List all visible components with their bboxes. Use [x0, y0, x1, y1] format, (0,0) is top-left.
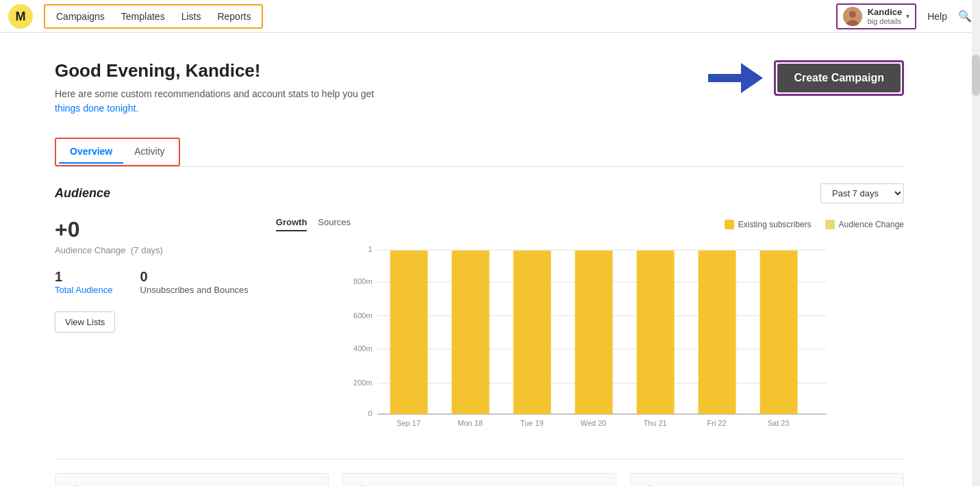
svg-text:Sat 23: Sat 23	[768, 419, 790, 427]
svg-text:M: M	[16, 10, 26, 23]
svg-text:600m: 600m	[353, 311, 373, 320]
page-header: Good Evening, Kandice! Here are some cus…	[55, 60, 904, 116]
legend-existing-label: Existing subscribers	[738, 220, 812, 229]
chart-area: Growth Sources Existing subscribers Audi…	[276, 217, 904, 431]
help-link[interactable]: Help	[927, 11, 947, 22]
legend-change-label: Audience Change	[839, 220, 904, 229]
unsub-label: Unsubscribes and Bounces	[140, 285, 249, 295]
user-name: Kandice	[868, 7, 903, 17]
audience-section: +0 Audience Change (7 days) 1 Total Audi…	[55, 217, 904, 431]
chart-tab-growth[interactable]: Growth	[276, 217, 307, 231]
subtitle-link[interactable]: things done tonight.	[55, 103, 138, 114]
view-lists-button[interactable]: View Lists	[55, 311, 115, 333]
scrollbar[interactable]	[972, 0, 980, 486]
legend-change-dot	[825, 220, 835, 229]
total-value: 1	[55, 269, 113, 285]
scrollbar-thumb[interactable]	[972, 55, 980, 96]
nav-campaigns[interactable]: Campaigns	[48, 7, 113, 26]
svg-text:800m: 800m	[353, 277, 373, 285]
user-profile-menu[interactable]: Kandice big details ▾	[836, 3, 917, 29]
main-content: Good Evening, Kandice! Here are some cus…	[0, 33, 959, 486]
tab-overview[interactable]: Overview	[59, 140, 123, 164]
chart-tabs: Growth Sources	[276, 217, 351, 231]
svg-text:Wed 20: Wed 20	[581, 419, 607, 427]
svg-text:Sep 17: Sep 17	[397, 419, 420, 427]
arrow-right-icon	[741, 63, 763, 93]
nav-lists[interactable]: Lists	[173, 7, 210, 26]
tip-card-1: 💡 Tip: Ask website visitors to join your…	[55, 473, 329, 486]
svg-text:0: 0	[368, 409, 372, 418]
unsub-value: 0	[140, 269, 249, 285]
svg-text:Tue 19: Tue 19	[520, 419, 544, 427]
create-campaign-button[interactable]: Create Campaign	[777, 64, 901, 92]
unsubscribes-stat: 0 Unsubscribes and Bounces	[140, 269, 249, 295]
audience-section-title: Audience	[55, 186, 110, 201]
tabs-section: Overview Activity	[55, 138, 904, 167]
legend-change: Audience Change	[825, 220, 904, 229]
nav-right: Kandice big details ▾ Help 🔍	[836, 3, 972, 29]
create-campaign-section: Create Campaign	[708, 60, 904, 96]
total-label: Total Audience	[55, 285, 113, 295]
mailchimp-logo[interactable]: M	[8, 4, 33, 29]
audience-header: Audience Past 7 days Past 30 days Past 9…	[55, 183, 904, 203]
tabs-divider	[55, 166, 904, 167]
tabs-container: Overview Activity	[55, 138, 180, 166]
nav-links-container: Campaigns Templates Lists Reports	[44, 4, 263, 29]
top-navigation: M Campaigns Templates Lists Reports Kand…	[0, 0, 980, 33]
bar-sep17	[390, 251, 427, 414]
bar-sat23	[759, 251, 797, 414]
bar-mon18	[451, 251, 489, 414]
svg-text:1: 1	[368, 245, 372, 253]
svg-point-3	[849, 11, 856, 18]
svg-text:200m: 200m	[353, 379, 373, 387]
chart-header: Growth Sources Existing subscribers Audi…	[276, 217, 904, 231]
bar-thu21	[636, 251, 674, 414]
bar-wed20	[575, 251, 612, 414]
nav-reports[interactable]: Reports	[209, 7, 259, 26]
subtitle-text: Here are some custom recommendations and…	[55, 88, 374, 99]
create-campaign-wrapper: Create Campaign	[774, 60, 904, 96]
arrow-shaft	[708, 74, 742, 82]
search-icon[interactable]: 🔍	[958, 10, 972, 23]
svg-text:Mon 18: Mon 18	[457, 419, 483, 427]
audience-left-panel: +0 Audience Change (7 days) 1 Total Audi…	[55, 217, 249, 431]
legend-existing: Existing subscribers	[725, 220, 812, 229]
bar-tue19	[513, 251, 551, 414]
tab-activity[interactable]: Activity	[123, 140, 175, 164]
bar-chart: 1 800m 600m 400m 200m 0 Sep	[276, 240, 904, 431]
bar-fri22	[698, 251, 736, 414]
audience-change-value: +0	[55, 217, 249, 242]
svg-text:Fri 22: Fri 22	[707, 419, 726, 427]
tips-section: 💡 Tip: Ask website visitors to join your…	[55, 459, 904, 486]
tip-card-3: 💡 Tip: Make sure your next campaign is a…	[630, 473, 904, 486]
nav-templates[interactable]: Templates	[113, 7, 173, 26]
tip-card-2: 💡 Tip: Build your list with a signup for…	[342, 473, 616, 486]
legend-existing-dot	[725, 220, 734, 229]
period-selector[interactable]: Past 7 days Past 30 days Past 90 days	[820, 183, 904, 203]
svg-text:Thu 21: Thu 21	[643, 419, 666, 427]
user-subtitle: big details	[868, 17, 903, 25]
page-title: Good Evening, Kandice!	[55, 60, 384, 81]
total-audience-stat: 1 Total Audience	[55, 269, 113, 295]
chart-container: 1 800m 600m 400m 200m 0 Sep	[276, 240, 904, 431]
arrow-indicator	[708, 63, 763, 93]
user-info: Kandice big details	[868, 7, 903, 25]
svg-text:400m: 400m	[353, 344, 373, 353]
chart-legend: Existing subscribers Audience Change	[725, 220, 904, 229]
audience-stats: 1 Total Audience 0 Unsubscribes and Boun…	[55, 269, 249, 295]
greeting-subtitle: Here are some custom recommendations and…	[55, 87, 384, 116]
chart-tab-sources[interactable]: Sources	[318, 217, 351, 231]
avatar	[843, 7, 862, 26]
audience-change-label: Audience Change (7 days)	[55, 245, 249, 255]
chevron-down-icon: ▾	[906, 12, 909, 20]
greeting-section: Good Evening, Kandice! Here are some cus…	[55, 60, 384, 116]
